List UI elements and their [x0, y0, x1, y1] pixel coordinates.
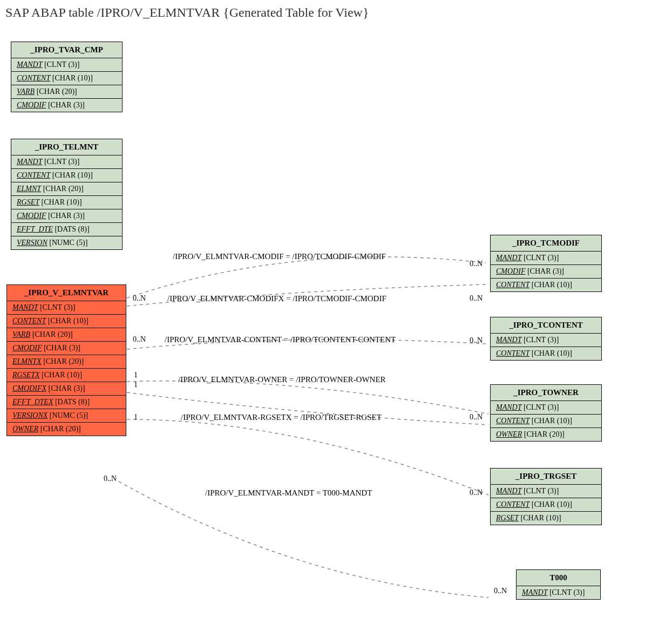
entity-field: OWNER [CHAR (20)]	[491, 428, 601, 441]
cardinality: 1	[134, 381, 138, 389]
cardinality: 0..N	[470, 488, 483, 497]
cardinality: 0..N	[470, 260, 483, 268]
entity-ipro-telmnt: _IPRO_TELMNT MANDT [CLNT (3)] CONTENT [C…	[11, 139, 123, 250]
entity-field: CONTENT [CHAR (10)]	[491, 279, 601, 291]
entity-header: T000	[517, 570, 600, 586]
er-diagram: _IPRO_TVAR_CMP MANDT [CLNT (3)] CONTENT …	[5, 25, 667, 638]
entity-field: CONTENT [CHAR (10)]	[11, 169, 122, 182]
entity-field: RGSET [CHAR (10)]	[11, 196, 122, 209]
entity-header: _IPRO_TCONTENT	[491, 317, 601, 334]
entity-field: CONTENT [CHAR (10)]	[491, 347, 601, 360]
entity-field: MANDT [CLNT (3)]	[11, 155, 122, 169]
relation-owner: /IPRO/V_ELMNTVAR-OWNER = /IPRO/TOWNER-OW…	[178, 375, 386, 384]
entity-field: CMODIFX [CHAR (3)]	[7, 382, 126, 396]
entity-field: VARB [CHAR (20)]	[7, 328, 126, 342]
entity-header: _IPRO_TCMODIF	[491, 235, 601, 252]
cardinality: 1	[134, 413, 138, 422]
entity-field: CMODIF [CHAR (3)]	[11, 99, 122, 112]
entity-field: EFFT_DTE [DATS (8)]	[11, 223, 122, 236]
entity-field: MANDT [CLNT (3)]	[491, 334, 601, 347]
entity-field: ELMNTX [CHAR (20)]	[7, 355, 126, 369]
entity-header: _IPRO_TOWNER	[491, 385, 601, 401]
entity-field: MANDT [CLNT (3)]	[7, 301, 126, 315]
entity-field: MANDT [CLNT (3)]	[491, 401, 601, 415]
entity-field: OWNER [CHAR (20)]	[7, 423, 126, 436]
entity-field: CMODIF [CHAR (3)]	[11, 209, 122, 223]
entity-field: ELMNT [CHAR (20)]	[11, 182, 122, 196]
relation-cmodifx: /IPRO/V_ELMNTVAR-CMODIFX = /IPRO/TCMODIF…	[167, 294, 386, 303]
relation-content: /IPRO/V_ELMNTVAR-CONTENT = /IPRO/TCONTEN…	[165, 335, 396, 344]
cardinality: 0..N	[494, 587, 507, 595]
entity-ipro-trgset: _IPRO_TRGSET MANDT [CLNT (3)] CONTENT [C…	[490, 468, 602, 525]
cardinality: 0..N	[470, 413, 483, 422]
entity-field: EFFT_DTEX [DATS (8)]	[7, 396, 126, 409]
entity-field: MANDT [CLNT (3)]	[517, 586, 600, 599]
entity-field: CMODIF [CHAR (3)]	[7, 342, 126, 355]
entity-field: MANDT [CLNT (3)]	[491, 485, 601, 498]
entity-field: MANDT [CLNT (3)]	[491, 252, 601, 265]
entity-field: RGSETX [CHAR (10)]	[7, 369, 126, 382]
entity-field: CONTENT [CHAR (10)]	[11, 72, 122, 85]
relation-mandt: /IPRO/V_ELMNTVAR-MANDT = T000-MANDT	[205, 488, 372, 498]
entity-ipro-tcontent: _IPRO_TCONTENT MANDT [CLNT (3)] CONTENT …	[490, 317, 602, 361]
entity-field: CMODIF [CHAR (3)]	[491, 265, 601, 279]
entity-header: _IPRO_TVAR_CMP	[11, 42, 122, 58]
entity-field: CONTENT [CHAR (10)]	[7, 315, 126, 328]
entity-header: _IPRO_TELMNT	[11, 139, 122, 155]
entity-field: MANDT [CLNT (3)]	[11, 58, 122, 72]
entity-ipro-tcmodif: _IPRO_TCMODIF MANDT [CLNT (3)] CMODIF [C…	[490, 235, 602, 292]
entity-field: CONTENT [CHAR (10)]	[491, 415, 601, 428]
cardinality: 1	[134, 371, 138, 379]
entity-ipro-v-elmntvar: _IPRO_V_ELMNTVAR MANDT [CLNT (3)] CONTEN…	[6, 284, 126, 436]
entity-ipro-tvar-cmp: _IPRO_TVAR_CMP MANDT [CLNT (3)] CONTENT …	[11, 42, 123, 112]
relation-cmodif: /IPRO/V_ELMNTVAR-CMODIF = /IPRO/TCMODIF-…	[173, 252, 386, 261]
entity-field: VERSIONX [NUMC (5)]	[7, 409, 126, 423]
page-title: SAP ABAP table /IPRO/V_ELMNTVAR {Generat…	[5, 5, 667, 20]
cardinality: 0..N	[133, 335, 146, 344]
cardinality: 0..N	[104, 474, 117, 483]
cardinality: 0..N	[470, 336, 483, 345]
entity-ipro-towner: _IPRO_TOWNER MANDT [CLNT (3)] CONTENT [C…	[490, 384, 602, 442]
entity-header: _IPRO_V_ELMNTVAR	[7, 285, 126, 301]
entity-field: VERSION [NUMC (5)]	[11, 236, 122, 249]
cardinality: 0..N	[470, 294, 483, 303]
relation-rgsetx: /IPRO/V_ELMNTVAR-RGSETX = /IPRO/TRGSET-R…	[181, 413, 382, 422]
entity-field: CONTENT [CHAR (10)]	[491, 498, 601, 512]
cardinality: 0..N	[133, 294, 146, 303]
entity-field: VARB [CHAR (20)]	[11, 85, 122, 99]
entity-header: _IPRO_TRGSET	[491, 469, 601, 485]
entity-field: RGSET [CHAR (10)]	[491, 512, 601, 525]
entity-t000: T000 MANDT [CLNT (3)]	[516, 569, 601, 600]
